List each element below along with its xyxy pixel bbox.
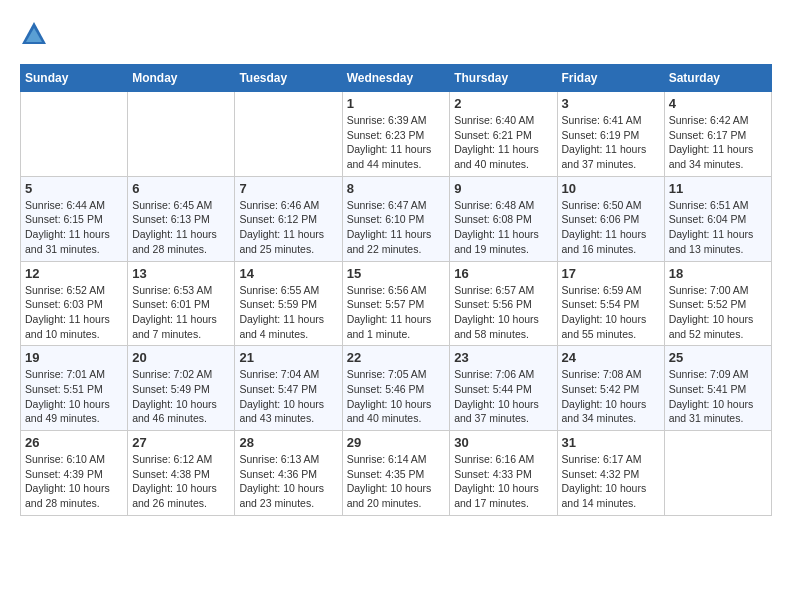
day-info: Sunrise: 6:57 AM Sunset: 5:56 PM Dayligh…	[454, 283, 552, 342]
day-number: 11	[669, 181, 767, 196]
day-number: 8	[347, 181, 446, 196]
calendar-week-row: 12Sunrise: 6:52 AM Sunset: 6:03 PM Dayli…	[21, 261, 772, 346]
calendar-cell	[664, 431, 771, 516]
calendar-cell: 24Sunrise: 7:08 AM Sunset: 5:42 PM Dayli…	[557, 346, 664, 431]
day-info: Sunrise: 6:45 AM Sunset: 6:13 PM Dayligh…	[132, 198, 230, 257]
day-number: 12	[25, 266, 123, 281]
calendar-cell	[235, 92, 342, 177]
calendar-cell: 30Sunrise: 6:16 AM Sunset: 4:33 PM Dayli…	[450, 431, 557, 516]
day-number: 30	[454, 435, 552, 450]
day-info: Sunrise: 6:46 AM Sunset: 6:12 PM Dayligh…	[239, 198, 337, 257]
calendar-cell: 19Sunrise: 7:01 AM Sunset: 5:51 PM Dayli…	[21, 346, 128, 431]
day-number: 1	[347, 96, 446, 111]
calendar-cell: 22Sunrise: 7:05 AM Sunset: 5:46 PM Dayli…	[342, 346, 450, 431]
calendar-cell: 20Sunrise: 7:02 AM Sunset: 5:49 PM Dayli…	[128, 346, 235, 431]
day-number: 20	[132, 350, 230, 365]
calendar-cell: 27Sunrise: 6:12 AM Sunset: 4:38 PM Dayli…	[128, 431, 235, 516]
calendar-cell: 13Sunrise: 6:53 AM Sunset: 6:01 PM Dayli…	[128, 261, 235, 346]
calendar-cell: 1Sunrise: 6:39 AM Sunset: 6:23 PM Daylig…	[342, 92, 450, 177]
day-info: Sunrise: 6:59 AM Sunset: 5:54 PM Dayligh…	[562, 283, 660, 342]
day-number: 4	[669, 96, 767, 111]
calendar-day-header: Sunday	[21, 65, 128, 92]
calendar-day-header: Wednesday	[342, 65, 450, 92]
day-number: 3	[562, 96, 660, 111]
day-info: Sunrise: 6:53 AM Sunset: 6:01 PM Dayligh…	[132, 283, 230, 342]
calendar-week-row: 1Sunrise: 6:39 AM Sunset: 6:23 PM Daylig…	[21, 92, 772, 177]
day-info: Sunrise: 6:55 AM Sunset: 5:59 PM Dayligh…	[239, 283, 337, 342]
calendar-cell: 6Sunrise: 6:45 AM Sunset: 6:13 PM Daylig…	[128, 176, 235, 261]
day-info: Sunrise: 6:10 AM Sunset: 4:39 PM Dayligh…	[25, 452, 123, 511]
day-info: Sunrise: 6:40 AM Sunset: 6:21 PM Dayligh…	[454, 113, 552, 172]
page-header	[20, 20, 772, 48]
day-info: Sunrise: 7:06 AM Sunset: 5:44 PM Dayligh…	[454, 367, 552, 426]
day-info: Sunrise: 6:50 AM Sunset: 6:06 PM Dayligh…	[562, 198, 660, 257]
calendar-cell: 11Sunrise: 6:51 AM Sunset: 6:04 PM Dayli…	[664, 176, 771, 261]
day-number: 7	[239, 181, 337, 196]
day-number: 13	[132, 266, 230, 281]
day-info: Sunrise: 6:16 AM Sunset: 4:33 PM Dayligh…	[454, 452, 552, 511]
day-number: 17	[562, 266, 660, 281]
calendar-cell: 16Sunrise: 6:57 AM Sunset: 5:56 PM Dayli…	[450, 261, 557, 346]
calendar-cell: 31Sunrise: 6:17 AM Sunset: 4:32 PM Dayli…	[557, 431, 664, 516]
day-info: Sunrise: 6:41 AM Sunset: 6:19 PM Dayligh…	[562, 113, 660, 172]
calendar-week-row: 5Sunrise: 6:44 AM Sunset: 6:15 PM Daylig…	[21, 176, 772, 261]
calendar-cell: 3Sunrise: 6:41 AM Sunset: 6:19 PM Daylig…	[557, 92, 664, 177]
day-number: 14	[239, 266, 337, 281]
day-number: 18	[669, 266, 767, 281]
day-info: Sunrise: 6:47 AM Sunset: 6:10 PM Dayligh…	[347, 198, 446, 257]
calendar-table: SundayMondayTuesdayWednesdayThursdayFrid…	[20, 64, 772, 516]
calendar-week-row: 19Sunrise: 7:01 AM Sunset: 5:51 PM Dayli…	[21, 346, 772, 431]
calendar-day-header: Monday	[128, 65, 235, 92]
calendar-day-header: Thursday	[450, 65, 557, 92]
calendar-cell	[21, 92, 128, 177]
calendar-cell: 21Sunrise: 7:04 AM Sunset: 5:47 PM Dayli…	[235, 346, 342, 431]
calendar-cell	[128, 92, 235, 177]
day-info: Sunrise: 6:44 AM Sunset: 6:15 PM Dayligh…	[25, 198, 123, 257]
calendar-cell: 25Sunrise: 7:09 AM Sunset: 5:41 PM Dayli…	[664, 346, 771, 431]
calendar-cell: 8Sunrise: 6:47 AM Sunset: 6:10 PM Daylig…	[342, 176, 450, 261]
day-number: 6	[132, 181, 230, 196]
day-info: Sunrise: 7:08 AM Sunset: 5:42 PM Dayligh…	[562, 367, 660, 426]
logo-icon	[20, 20, 48, 48]
calendar-cell: 23Sunrise: 7:06 AM Sunset: 5:44 PM Dayli…	[450, 346, 557, 431]
calendar-cell: 15Sunrise: 6:56 AM Sunset: 5:57 PM Dayli…	[342, 261, 450, 346]
day-info: Sunrise: 7:00 AM Sunset: 5:52 PM Dayligh…	[669, 283, 767, 342]
calendar-cell: 7Sunrise: 6:46 AM Sunset: 6:12 PM Daylig…	[235, 176, 342, 261]
day-info: Sunrise: 6:48 AM Sunset: 6:08 PM Dayligh…	[454, 198, 552, 257]
day-info: Sunrise: 7:09 AM Sunset: 5:41 PM Dayligh…	[669, 367, 767, 426]
day-info: Sunrise: 6:52 AM Sunset: 6:03 PM Dayligh…	[25, 283, 123, 342]
calendar-cell: 18Sunrise: 7:00 AM Sunset: 5:52 PM Dayli…	[664, 261, 771, 346]
day-info: Sunrise: 7:05 AM Sunset: 5:46 PM Dayligh…	[347, 367, 446, 426]
calendar-cell: 29Sunrise: 6:14 AM Sunset: 4:35 PM Dayli…	[342, 431, 450, 516]
day-number: 26	[25, 435, 123, 450]
day-number: 27	[132, 435, 230, 450]
day-info: Sunrise: 7:02 AM Sunset: 5:49 PM Dayligh…	[132, 367, 230, 426]
day-number: 19	[25, 350, 123, 365]
day-number: 9	[454, 181, 552, 196]
day-number: 24	[562, 350, 660, 365]
day-number: 15	[347, 266, 446, 281]
calendar-header-row: SundayMondayTuesdayWednesdayThursdayFrid…	[21, 65, 772, 92]
calendar-day-header: Tuesday	[235, 65, 342, 92]
calendar-day-header: Friday	[557, 65, 664, 92]
calendar-cell: 2Sunrise: 6:40 AM Sunset: 6:21 PM Daylig…	[450, 92, 557, 177]
day-number: 22	[347, 350, 446, 365]
day-number: 23	[454, 350, 552, 365]
day-info: Sunrise: 6:51 AM Sunset: 6:04 PM Dayligh…	[669, 198, 767, 257]
calendar-cell: 5Sunrise: 6:44 AM Sunset: 6:15 PM Daylig…	[21, 176, 128, 261]
day-number: 28	[239, 435, 337, 450]
logo	[20, 20, 52, 48]
calendar-cell: 10Sunrise: 6:50 AM Sunset: 6:06 PM Dayli…	[557, 176, 664, 261]
day-number: 21	[239, 350, 337, 365]
day-info: Sunrise: 6:17 AM Sunset: 4:32 PM Dayligh…	[562, 452, 660, 511]
day-number: 16	[454, 266, 552, 281]
day-number: 2	[454, 96, 552, 111]
calendar-cell: 12Sunrise: 6:52 AM Sunset: 6:03 PM Dayli…	[21, 261, 128, 346]
calendar-cell: 28Sunrise: 6:13 AM Sunset: 4:36 PM Dayli…	[235, 431, 342, 516]
day-info: Sunrise: 6:14 AM Sunset: 4:35 PM Dayligh…	[347, 452, 446, 511]
day-info: Sunrise: 6:42 AM Sunset: 6:17 PM Dayligh…	[669, 113, 767, 172]
calendar-cell: 14Sunrise: 6:55 AM Sunset: 5:59 PM Dayli…	[235, 261, 342, 346]
day-info: Sunrise: 6:39 AM Sunset: 6:23 PM Dayligh…	[347, 113, 446, 172]
calendar-cell: 9Sunrise: 6:48 AM Sunset: 6:08 PM Daylig…	[450, 176, 557, 261]
day-info: Sunrise: 6:12 AM Sunset: 4:38 PM Dayligh…	[132, 452, 230, 511]
